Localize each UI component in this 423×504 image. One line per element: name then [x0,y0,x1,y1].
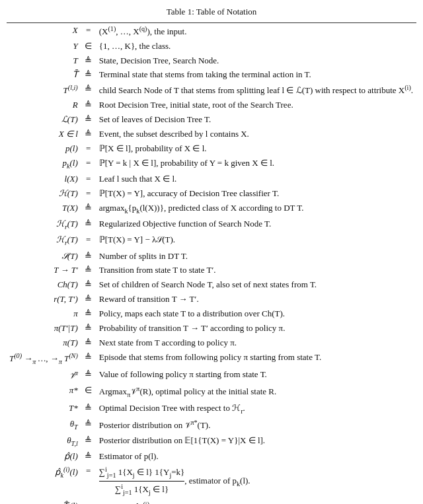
table-row: T → T′≜Transition from state T to state … [7,264,416,278]
table-row: p̂(l)≜Estimator of p(l). [7,449,416,464]
table-row: r(T, T′)≜Reward of transition T → T′. [7,293,416,307]
table-row: pk(l)=ℙ[Y = k | X ∈ l], probability of Y… [7,156,416,172]
table-row: π(T)≜Next state from T according to poli… [7,336,416,350]
table-title: Table 1: Table of Notation [7,7,416,17]
table-row: X ∈ l≜Event, the subset described by l c… [7,127,416,142]
table-row: π≜Policy, maps each state T to a distrib… [7,307,416,322]
table-row: X=(X(1), …, X(q)), the input. [7,23,416,40]
table-row: π*∈Argmaxπ𝒱π(R), optimal policy at the i… [7,384,416,402]
table-row: T≜State, Decision Tree, Search Node. [7,54,416,68]
notation-table: X=(X(1), …, X(q)), the input.Y∈{1, …, K}… [7,22,416,504]
table-row: θT≜Posterior distribution on 𝒱π*(T). [7,417,416,433]
table-row: ℒ(T)≜Set of leaves of Decision Tree T. [7,113,416,127]
table-row: θT,l≜Posterior distribution on 𝔼[1{T(X) … [7,433,416,449]
table-row: l(X)=Leaf l such that X ∈ l. [7,172,416,187]
table-row: p̂k(i)(l)=∑ij=1 1{Xj ∈ l} 1{Yj=k}∑ij=1 1… [7,464,416,499]
table-row: T(0) →π …, →π T(N)≜Episode that stems fr… [7,350,416,368]
table-row: R≜Root Decision Tree, initial state, roo… [7,98,416,113]
table-row: Y∈{1, …, K}, the class. [7,39,416,54]
table-row: ℋr(T)=ℙ[T(X) = Y] − λ𝒮(T). [7,233,416,249]
table-row: T(X)≜argmaxk{pk(l(X))}, predicted class … [7,201,416,217]
table-row: T(l,i)≜child Search Node of T that stems… [7,83,416,98]
table-row: ℋr(T)≜Regularized Objective function of … [7,217,416,233]
table-row: T*≜Optimal Decision Tree with respect to… [7,401,416,417]
table-row: π(T′|T)≜Probability of transition T → T′… [7,321,416,336]
table-row: Ch(T)≜Set of children of Search Node T, … [7,278,416,293]
table-row: T̂i(l)=Argmaxk{p̂k(i)(l)}, estimator of … [7,499,416,504]
table-row: ℋ(T)=ℙ[T(X) = Y], accuracy of Decision T… [7,186,416,201]
table-row: p(l)=ℙ[X ∈ l], probability of X ∈ l. [7,141,416,156]
table-row: T̄≜Terminal state that stems from taking… [7,68,416,83]
table-row: 𝒱π≜Value of following policy π starting … [7,368,416,384]
table-row: 𝒮(T)≜Number of splits in DT T. [7,249,416,264]
